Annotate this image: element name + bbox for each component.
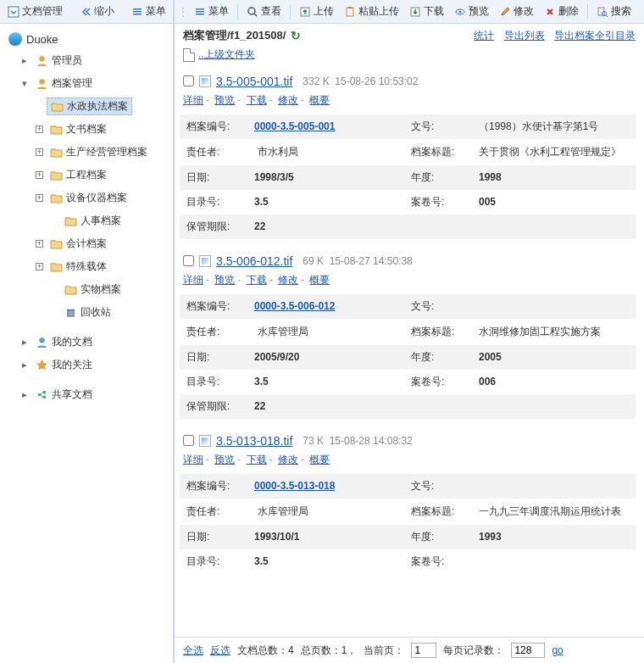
globe-icon [8,32,22,46]
upload-icon [299,6,311,18]
tree-item[interactable]: +会计档案 [0,232,173,255]
folder-icon [64,284,77,295]
toolbar-label: 菜单 [208,4,229,19]
overview-link[interactable]: 概要 [309,454,330,465]
svg-rect-14 [196,14,204,15]
tree-label: 工程档案 [66,168,107,182]
tree-item[interactable]: 人事档案 [0,209,173,232]
expand-plus-icon[interactable]: + [36,125,43,133]
up-folder-link[interactable]: ..上级文件夹 [183,47,255,62]
menu-button[interactable]: 菜单 [190,3,233,20]
edit-link[interactable]: 修改 [278,94,298,106]
tree-item[interactable]: +生产经营管理档案 [0,141,173,164]
edit-button[interactable]: 修改 [495,3,538,20]
field-label: 保管期限: [180,214,247,239]
tree-item[interactable]: +设备仪器档案 [0,187,173,209]
tree-my-follow[interactable]: ▸ 我的关注 [0,354,173,376]
field-label: 责任者: [180,499,247,525]
download-icon [409,6,421,18]
tree-my-docs[interactable]: ▸ 我的文档 [0,331,173,354]
pager-label: 每页记录数： [443,644,504,658]
expand-icon[interactable]: ▸ [20,359,29,370]
field-label: 文号: [404,474,472,499]
tree-item[interactable]: +文书档案 [0,118,173,141]
download-link[interactable]: 下载 [247,274,267,286]
detail-link[interactable]: 详细 [183,454,203,465]
menu-icon [194,6,206,18]
paste-upload-button[interactable]: 粘贴上传 [340,3,403,20]
record-checkbox[interactable] [183,255,194,266]
pager-label: 当前页： [364,644,404,658]
overview-link[interactable]: 概要 [309,274,330,286]
expand-plus-icon[interactable]: + [36,171,43,179]
preview-link[interactable]: 预览 [214,274,235,286]
tree-item[interactable]: +工程档案 [0,164,173,187]
expand-plus-icon[interactable]: + [36,148,43,156]
field-label: 目录号: [180,549,247,574]
field-value [472,214,636,239]
expand-icon[interactable]: ▸ [20,337,29,348]
field-label: 目录号: [180,370,247,394]
record-checkbox[interactable] [183,435,194,446]
view-button[interactable]: 查看 [242,3,286,20]
upload-button[interactable]: 上传 [295,3,338,20]
export-full-link[interactable]: 导出档案全引目录 [554,30,636,42]
edit-link[interactable]: 修改 [278,454,298,465]
field-value: 水洞维修加固工程实施方案 [472,319,636,345]
tree-label: 会计档案 [66,237,107,251]
svg-rect-18 [348,7,352,8]
per-page-input[interactable] [511,643,545,658]
field-value: 006 [472,370,636,394]
search-button[interactable]: 搜索 [592,3,636,20]
tree-doc-mgmt[interactable]: ▾ 档案管理 [0,72,173,95]
sidebar-menu-button[interactable]: 菜单 [127,3,170,20]
download-button[interactable]: 下载 [405,3,448,20]
field-value: 市水利局 [247,139,404,165]
record-meta: 332 K 15-08-26 10:53:02 [303,75,418,87]
record-checkbox[interactable] [183,75,194,86]
stats-link[interactable]: 统计 [474,30,494,42]
shrink-button[interactable]: 缩小 [75,3,119,20]
download-link[interactable]: 下载 [247,454,267,465]
delete-button[interactable]: 删除 [540,3,583,20]
preview-button[interactable]: 预览 [450,3,493,20]
org-root[interactable]: Duoke [0,29,173,49]
edit-link[interactable]: 修改 [278,274,298,286]
detail-link[interactable]: 详细 [183,94,203,106]
export-list-link[interactable]: 导出列表 [504,30,545,42]
expand-icon[interactable]: ▸ [20,389,29,400]
doc-mgmt-dropdown[interactable]: 文档管理 [3,3,67,20]
reload-icon[interactable]: ↻ [291,29,301,42]
preview-link[interactable]: 预览 [214,94,235,106]
tree-label: 人事档案 [80,214,121,228]
expand-icon[interactable]: ▸ [20,55,29,66]
preview-link[interactable]: 预览 [214,454,235,465]
tree-shared[interactable]: ▸ 共享文档 [0,383,173,406]
tree-item[interactable]: 水政执法档案 [0,95,173,118]
field-value [472,294,636,319]
expand-plus-icon[interactable]: + [36,240,43,248]
field-label: 保管期限: [180,394,247,419]
folder-icon [64,307,77,318]
go-link[interactable]: go [552,644,563,656]
current-page-input[interactable] [411,643,436,658]
record-title-link[interactable]: 3.5-005-001.tif [216,75,292,88]
expand-plus-icon[interactable]: + [36,263,43,270]
record-title-link[interactable]: 3.5-006-012.tif [216,254,292,268]
field-value: 22 [247,214,404,239]
record-title-link[interactable]: 3.5-013-018.tif [216,434,292,448]
file-icon [199,435,211,447]
detail-link[interactable]: 详细 [183,274,203,286]
expand-plus-icon[interactable]: + [36,194,43,202]
field-label [404,214,472,239]
collapse-icon[interactable]: ▾ [20,78,29,89]
overview-link[interactable]: 概要 [309,94,330,106]
tree-item[interactable]: +特殊载体 [0,255,173,278]
tree-item[interactable]: 回收站 [0,301,173,324]
tree-item[interactable]: 实物档案 [0,278,173,301]
invert-select-link[interactable]: 反选 [210,644,230,658]
select-all-link[interactable]: 全选 [183,644,203,658]
download-link[interactable]: 下载 [247,94,267,106]
tree-admin[interactable]: ▸ 管理员 [0,49,173,72]
folder-icon [50,170,63,181]
